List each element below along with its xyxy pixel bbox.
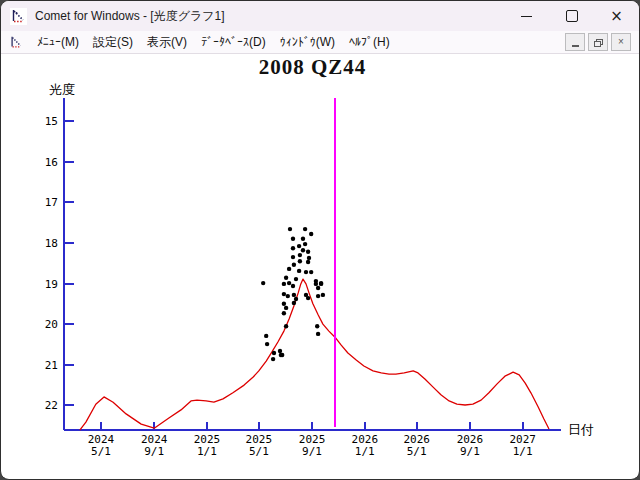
chart-client-area: 151617181920212220245/120249/120251/1202… (2, 54, 638, 477)
svg-text:15: 15 (45, 115, 58, 128)
svg-text:16: 16 (45, 156, 58, 169)
chart-title: 2008 QZ44 (259, 55, 367, 79)
svg-text:20255/1: 20255/1 (246, 433, 273, 458)
svg-text:20261/1: 20261/1 (352, 433, 379, 458)
observation-points (261, 227, 325, 361)
x-axis-label: 日付 (568, 422, 594, 437)
y-axis-label: 光度 (49, 82, 75, 97)
svg-text:20251/1: 20251/1 (194, 433, 221, 458)
svg-text:19: 19 (45, 278, 58, 291)
svg-text:20259/1: 20259/1 (299, 433, 326, 458)
predicted-curve (80, 279, 549, 430)
svg-text:18: 18 (45, 237, 58, 250)
svg-text:20265/1: 20265/1 (403, 433, 430, 458)
light-curve-chart: 151617181920212220245/120249/120251/1202… (1, 1, 640, 480)
svg-text:20: 20 (45, 318, 58, 331)
svg-text:17: 17 (45, 196, 58, 209)
chart-axes (64, 98, 561, 430)
y-axis-ticks: 1516171819202122 (45, 115, 74, 412)
svg-text:22: 22 (45, 399, 58, 412)
svg-text:20249/1: 20249/1 (141, 433, 168, 458)
svg-text:21: 21 (45, 359, 58, 372)
svg-text:20271/1: 20271/1 (509, 433, 536, 458)
app-window: Comet for Windows - [光度グラフ1] × ﾒﾆｭｰ(M) 設… (0, 0, 640, 480)
svg-text:20245/1: 20245/1 (88, 433, 115, 458)
svg-text:20269/1: 20269/1 (457, 433, 484, 458)
